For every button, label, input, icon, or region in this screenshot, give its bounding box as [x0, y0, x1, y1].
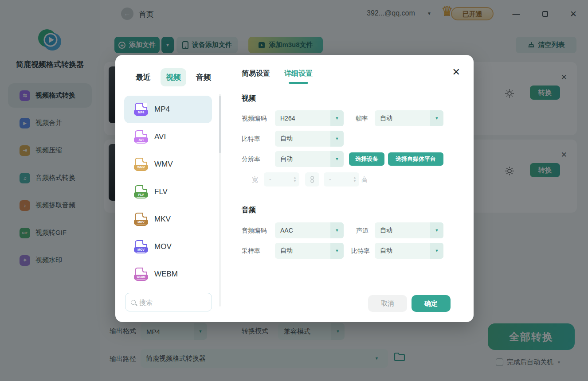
- search-input[interactable]: [139, 299, 201, 306]
- select-device-button[interactable]: 选择设备: [349, 152, 384, 166]
- audio-bitrate-label: 比特率: [351, 243, 370, 259]
- wmv-file-icon: WMV: [135, 158, 147, 171]
- link-dimensions-icon[interactable]: [305, 172, 319, 187]
- format-item-wmv[interactable]: WMV WMV: [124, 151, 212, 178]
- settings-tabs: 简易设置 详细设置: [242, 69, 313, 83]
- webm-file-icon: WEBM: [135, 268, 147, 281]
- tab-simple-settings[interactable]: 简易设置: [242, 69, 270, 83]
- fps-select[interactable]: 自动▼: [375, 110, 443, 126]
- select-platform-button[interactable]: 选择自媒体平台: [388, 152, 443, 166]
- channel-label: 声道: [356, 222, 368, 238]
- height-label: 高: [361, 171, 368, 187]
- mp4-file-icon: MP4: [135, 103, 147, 116]
- video-bitrate-select[interactable]: 自动▼: [275, 131, 344, 147]
- format-settings-modal: 最近 视频 音频 MP4 MP4 AVI AVI WMV WMV FLV FLV…: [115, 55, 474, 322]
- audio-section-heading: 音频: [242, 206, 256, 215]
- width-stepper[interactable]: - ▲▼: [264, 172, 299, 187]
- format-search-box[interactable]: [125, 293, 212, 311]
- audio-bitrate-select[interactable]: 自动▼: [375, 243, 443, 259]
- close-modal-icon[interactable]: ✕: [452, 66, 460, 78]
- scrollbar-thumb[interactable]: [219, 96, 221, 153]
- sample-rate-select[interactable]: 自动▼: [275, 243, 344, 259]
- format-item-mp4[interactable]: MP4 MP4: [124, 96, 212, 123]
- stepper-arrows-icon[interactable]: ▲▼: [350, 176, 359, 183]
- format-item-mkv[interactable]: MKV MKV: [124, 206, 212, 233]
- cancel-button[interactable]: 取消: [368, 295, 407, 312]
- chevron-down-icon: ▼: [430, 110, 443, 126]
- fps-label: 帧率: [356, 110, 368, 126]
- audio-encode-select[interactable]: AAC▼: [275, 222, 344, 238]
- chevron-down-icon: ▼: [330, 243, 344, 259]
- resolution-select[interactable]: 自动▼: [275, 151, 344, 167]
- format-list: MP4 MP4 AVI AVI WMV WMV FLV FLV MKV MKV …: [124, 96, 212, 288]
- format-list-scrollbar[interactable]: [219, 94, 221, 307]
- format-item-avi[interactable]: AVI AVI: [124, 123, 212, 151]
- channel-select[interactable]: 自动▼: [375, 222, 443, 238]
- height-stepper[interactable]: - ▲▼: [324, 172, 359, 187]
- format-list-panel: 最近 视频 音频 MP4 MP4 AVI AVI WMV WMV FLV FLV…: [115, 55, 222, 322]
- ok-button[interactable]: 确定: [412, 295, 451, 312]
- format-tabs: 最近 视频 音频: [130, 68, 216, 86]
- mkv-file-icon: MKV: [135, 213, 147, 226]
- tab-recent[interactable]: 最近: [130, 68, 156, 86]
- video-section-heading: 视频: [242, 94, 256, 103]
- chevron-down-icon: ▼: [330, 222, 344, 238]
- chevron-down-icon: ▼: [430, 243, 443, 259]
- resolution-label: 分辨率: [242, 151, 260, 167]
- tab-video[interactable]: 视频: [161, 68, 186, 86]
- flv-file-icon: FLV: [135, 185, 147, 198]
- stepper-arrows-icon[interactable]: ▲▼: [290, 176, 299, 183]
- format-item-webm[interactable]: WEBM WEBM: [124, 260, 212, 288]
- chevron-down-icon: ▼: [330, 110, 344, 126]
- tab-audio[interactable]: 音频: [191, 68, 216, 86]
- video-encode-label: 视频编码: [242, 110, 267, 126]
- search-icon: [131, 300, 136, 305]
- section-divider: [242, 196, 443, 196]
- format-item-mov[interactable]: MOV MOV: [124, 233, 212, 260]
- tab-detailed-settings[interactable]: 详细设置: [284, 69, 313, 83]
- avi-file-icon: AVI: [135, 130, 147, 144]
- mov-file-icon: MOV: [135, 240, 147, 253]
- settings-panel: 简易设置 详细设置 ✕ 视频 视频编码 H264▼ 帧率 自动▼ 比特率 自动▼…: [222, 55, 474, 322]
- chevron-down-icon: ▼: [430, 222, 443, 238]
- audio-encode-label: 音频编码: [242, 222, 267, 238]
- format-item-flv[interactable]: FLV FLV: [124, 178, 212, 206]
- video-bitrate-label: 比特率: [242, 131, 260, 147]
- width-label: 宽: [252, 171, 258, 187]
- chevron-down-icon: ▼: [330, 131, 344, 147]
- sample-rate-label: 采样率: [242, 243, 260, 259]
- video-encode-select[interactable]: H264▼: [275, 110, 344, 126]
- chevron-down-icon: ▼: [330, 151, 344, 167]
